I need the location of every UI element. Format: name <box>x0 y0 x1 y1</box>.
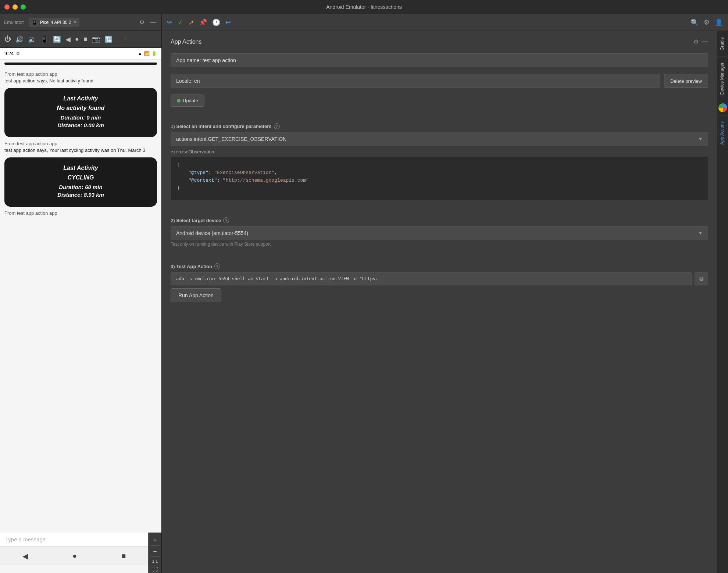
app-actions-panel: ✏ ✓ ↗ 📌 🕐 ↩ 🔍 ⚙ 👤 App Actions ⚙ — <box>162 14 728 573</box>
app-actions-content: App Actions ⚙ — App name: test app actio… <box>162 31 717 573</box>
divider-3 <box>171 255 708 255</box>
back-icon[interactable]: ◀ <box>65 35 71 43</box>
section-header: App Actions ⚙ — <box>171 38 708 45</box>
zoom-in-btn[interactable]: + <box>150 535 160 546</box>
device-hint: Test only on running device with Play St… <box>171 242 708 247</box>
emulator-label: Emulator: <box>4 19 24 25</box>
device-dropdown-arrow-icon: ▼ <box>698 231 703 236</box>
device-manager-tab[interactable]: Device Manager <box>717 56 728 100</box>
panel-icons: ⚙ — <box>693 38 708 45</box>
message-block-3: From test app action app <box>4 210 157 217</box>
app-actions-tab[interactable]: App Actions <box>717 115 728 150</box>
zoom-out-btn[interactable]: − <box>150 547 160 557</box>
device-value: Android device (emulator-5554) <box>176 230 248 236</box>
replay-icon[interactable]: 🔃 <box>104 35 113 43</box>
edit-icon[interactable]: ✏ <box>167 18 172 26</box>
nav-bar: ◀ ● ■ <box>0 546 148 565</box>
recent-nav-icon[interactable]: ■ <box>121 552 126 560</box>
app-name-field[interactable]: App name: test app action <box>171 53 708 67</box>
clock-icon[interactable]: 🕐 <box>212 18 220 26</box>
card1-subtitle: No activity found <box>12 105 150 111</box>
card1-title: Last Activity <box>12 95 150 102</box>
emulator-toolbar: Emulator: 📱 Pixel 4 API 30 2 ✕ ⚙ — <box>0 14 161 31</box>
card2-distance: Distance: 8.93 km <box>12 192 150 198</box>
dropdown-arrow-icon: ▼ <box>698 136 703 142</box>
adb-command-field[interactable]: adb -s emulator-5554 shell am start -a a… <box>171 272 692 285</box>
battery-icon: 🔋 <box>151 51 157 56</box>
search-icon[interactable]: 🔍 <box>690 18 699 26</box>
status-icons: ▲ 📶 🔋 <box>138 51 157 56</box>
panel-minimize-icon[interactable]: — <box>702 38 708 45</box>
run-app-action-button[interactable]: Run App Action <box>171 288 221 302</box>
device-dropdown[interactable]: Android device (emulator-5554) ▼ <box>171 226 708 240</box>
stop-icon[interactable]: ■ <box>83 35 88 43</box>
device-tab[interactable]: 📱 Pixel 4 API 30 2 ✕ <box>29 18 80 27</box>
camera-icon[interactable]: 📷 <box>92 35 100 43</box>
message-from-2: From test app action app <box>4 141 157 146</box>
message-text-2: test app action says, Your last cycling … <box>4 147 157 154</box>
close-tab-icon[interactable]: ✕ <box>73 20 76 25</box>
scroll-indicator <box>4 63 157 65</box>
status-bar: 9:24 ⚙ ▲ 📶 🔋 <box>0 48 161 60</box>
param-label: exerciseObservation: <box>171 149 708 154</box>
maximize-button[interactable] <box>21 4 26 10</box>
back-nav-icon[interactable]: ◀ <box>22 552 28 560</box>
volume-down-icon[interactable]: 🔉 <box>28 35 36 43</box>
message-text-1: test app action says, No last activity f… <box>4 78 157 84</box>
traffic-lights <box>4 4 26 10</box>
locale-field[interactable]: Locale: en <box>171 74 660 88</box>
message-from-3: From test app action app <box>4 210 157 216</box>
wifi-icon: ▲ <box>138 51 142 56</box>
step1-section: 1) Select an intent and configure parame… <box>171 123 708 201</box>
window-title: Android Emulator - fitnessactions <box>326 4 402 10</box>
step1-label: 1) Select an intent and configure parame… <box>171 123 708 129</box>
step2-label: 2) Select target device ? <box>171 217 708 223</box>
more-icon[interactable]: ⋮ <box>122 35 128 43</box>
minimize-icon[interactable]: — <box>149 18 158 26</box>
flip-icon[interactable]: 🔄 <box>53 35 61 43</box>
card1-distance: Distance: 0.00 km <box>12 122 150 128</box>
settings-icon[interactable]: ⚙ <box>138 18 146 26</box>
step2-help-icon[interactable]: ? <box>223 217 229 223</box>
phone-content[interactable]: From test app action app test app action… <box>0 67 161 533</box>
update-row: Update <box>171 95 708 107</box>
message-input-placeholder[interactable]: Type a message <box>5 536 46 542</box>
code-editor[interactable]: { "@type": "ExerciseObservation", "@cont… <box>171 157 708 201</box>
record-icon[interactable]: ● <box>75 35 79 43</box>
volume-up-icon[interactable]: 🔊 <box>15 35 24 43</box>
locale-row: Locale: en Delete preview <box>171 74 708 88</box>
step3-help-icon[interactable]: ? <box>214 263 220 269</box>
status-time: 9:24 <box>4 51 14 56</box>
close-button[interactable] <box>4 4 10 10</box>
update-button[interactable]: Update <box>171 95 204 107</box>
power-icon[interactable]: ⏻ <box>4 35 11 43</box>
rotate-icon[interactable]: 📱 <box>40 35 49 43</box>
adb-copy-button[interactable]: ⧉ <box>695 272 708 285</box>
message-input-bar: Type a message <box>0 533 148 546</box>
arrow-up-right-icon[interactable]: ↗ <box>188 18 194 26</box>
message-block-2: From test app action app test app action… <box>4 141 157 154</box>
gradle-tab[interactable]: Gradle <box>717 31 728 56</box>
card1-duration: Duration: 0 min <box>12 114 150 121</box>
separator <box>117 36 117 43</box>
google-services-icon[interactable] <box>718 103 727 112</box>
step1-help-icon[interactable]: ? <box>274 123 280 129</box>
pin-icon[interactable]: 📌 <box>199 18 207 26</box>
card2-subtitle: CYCLING <box>12 174 150 181</box>
intent-dropdown[interactable]: actions.intent.GET_EXERCISE_OBSERVATION … <box>171 132 708 146</box>
gear-icon[interactable]: ⚙ <box>704 18 710 26</box>
minimize-button[interactable] <box>13 4 18 10</box>
check-icon[interactable]: ✓ <box>178 18 183 26</box>
update-label: Update <box>183 98 198 103</box>
activity-card-1: Last Activity No activity found Duration… <box>4 88 157 137</box>
fullscreen-icon[interactable]: ⛶ <box>152 566 158 573</box>
delete-preview-button[interactable]: Delete preview <box>664 74 708 88</box>
step2-section: 2) Select target device ? Android device… <box>171 217 708 247</box>
profile-icon[interactable]: 👤 <box>715 18 723 26</box>
undo-icon[interactable]: ↩ <box>225 18 231 26</box>
home-nav-icon[interactable]: ● <box>72 552 77 560</box>
panel-settings-icon[interactable]: ⚙ <box>693 38 699 45</box>
phone-screen: 9:24 ⚙ ▲ 📶 🔋 From test app action app te… <box>0 48 161 573</box>
divider-2 <box>171 209 708 209</box>
title-bar: Android Emulator - fitnessactions <box>0 0 728 14</box>
